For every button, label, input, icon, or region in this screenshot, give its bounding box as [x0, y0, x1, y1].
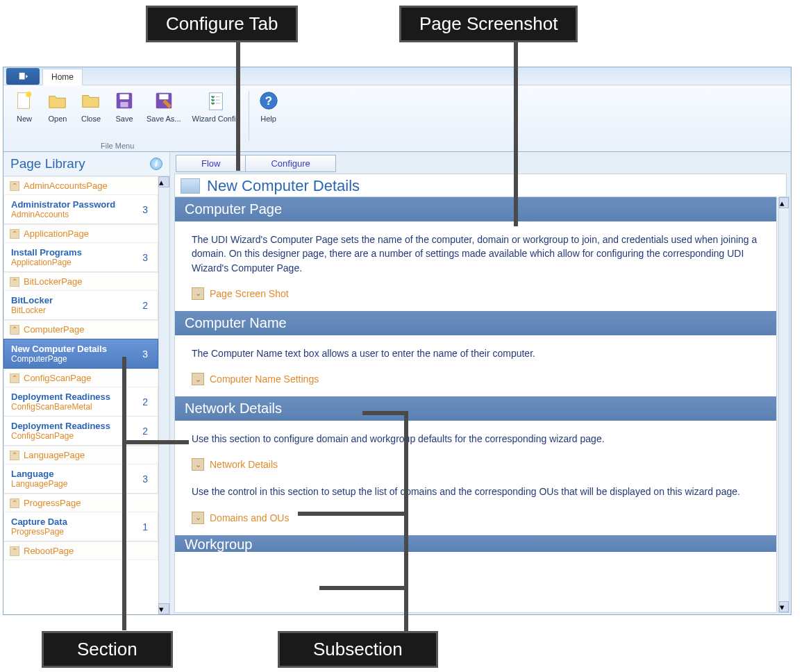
new-button[interactable]: New	[8, 88, 41, 124]
ribbon-label: New	[17, 115, 32, 123]
svg-rect-7	[159, 94, 168, 100]
sidebar-item-badge: 3	[142, 204, 151, 215]
scroll-up-button[interactable]: ▴	[779, 197, 789, 208]
connector-line	[298, 512, 408, 516]
sidebar-item-badge: 2	[142, 396, 151, 408]
tab-configure[interactable]: Configure	[245, 155, 335, 172]
folder-close-icon	[80, 90, 102, 112]
help-button[interactable]: ? Help	[252, 88, 285, 124]
callout-page-screenshot: Page Screenshot	[399, 6, 578, 42]
chevron-up-icon: ⌃	[10, 546, 19, 556]
section-heading: Network Details	[175, 396, 776, 421]
svg-rect-5	[120, 102, 128, 108]
scroll-down-button[interactable]: ▾	[779, 601, 789, 612]
chevron-down-icon: ⌄	[192, 512, 204, 524]
sidebar-group-header[interactable]: ⌃AdminAccountsPage	[3, 176, 158, 195]
sidebar-group-label: LanguagePage	[24, 450, 85, 460]
ribbon-label: Save	[115, 115, 133, 123]
page-icon	[181, 178, 200, 194]
sidebar-group-header[interactable]: ⌃RebootPage	[3, 541, 158, 560]
chevron-up-icon: ⌃	[10, 277, 19, 287]
callout-subsection: Subsection	[278, 631, 438, 668]
sidebar-group-header[interactable]: ⌃ApplicationPage	[3, 224, 158, 243]
sidebar-group-label: RebootPage	[24, 546, 74, 556]
close-button[interactable]: Close	[74, 88, 108, 124]
chevron-up-icon: ⌃	[10, 498, 19, 508]
chevron-up-icon: ⌃	[10, 451, 19, 460]
sidebar-item[interactable]: BitLockerBitLocker2	[3, 291, 158, 320]
section-description: The UDI Wizard's Computer Page sets the …	[175, 221, 776, 280]
tab-flow[interactable]: Flow	[176, 155, 245, 172]
subsection-network-details[interactable]: ⌄ Network Details	[175, 451, 776, 482]
info-icon[interactable]: i	[150, 158, 162, 170]
sidebar-group-header[interactable]: ⌃ConfigScanPage	[3, 369, 158, 387]
main-scrollbar[interactable]: ▴ ▾	[778, 196, 789, 613]
sidebar-item-badge: 3	[142, 473, 151, 485]
subsection-domains-ous[interactable]: ⌄ Domains and OUs	[175, 505, 776, 535]
save-button[interactable]: Save	[108, 88, 141, 124]
section-heading: Computer Page	[175, 197, 776, 221]
ribbon-group-label: File Menu	[101, 142, 134, 150]
sidebar-scrollbar[interactable]: ▴ ▾	[158, 176, 169, 614]
subsection-page-screenshot[interactable]: ⌄ Page Screen Shot	[175, 280, 776, 311]
sidebar-item[interactable]: Deployment ReadinessConfigScanBareMetal2	[3, 387, 158, 417]
sidebar-item[interactable]: New Computer DetailsComputerPage3	[3, 339, 158, 369]
sidebar-item-title: Deployment Readiness	[11, 392, 110, 402]
sidebar-group-label: BitLockerPage	[24, 276, 83, 287]
main-tabs: Flow Configure	[170, 152, 791, 172]
sidebar-group-header[interactable]: ⌃ComputerPage	[3, 320, 158, 339]
chevron-up-icon: ⌃	[10, 373, 19, 383]
sidebar-item-subtitle: ApplicationPage	[11, 258, 82, 267]
subsection-label: Computer Name Settings	[210, 373, 319, 385]
sidebar-group-header[interactable]: ⌃ProgressPage	[3, 494, 158, 512]
chevron-up-icon: ⌃	[10, 181, 19, 191]
sidebar-list[interactable]: ⌃AdminAccountsPageAdministrator Password…	[3, 176, 158, 614]
sidebar-group-header[interactable]: ⌃BitLockerPage	[3, 272, 158, 291]
page-header: New Computer Details	[174, 174, 787, 199]
sidebar-item[interactable]: Administrator PasswordAdminAccounts3	[3, 195, 158, 224]
scroll-up-button[interactable]: ▴	[158, 176, 169, 187]
sidebar-item[interactable]: Install ProgramsApplicationPage3	[3, 243, 158, 272]
connector-line	[362, 411, 408, 415]
section-description: Use this section to configure domain and…	[175, 421, 776, 451]
sidebar-group-label: ConfigScanPage	[24, 373, 92, 383]
sidebar-group-label: AdminAccountsPage	[24, 180, 108, 191]
chevron-up-icon: ⌃	[10, 229, 19, 239]
sidebar-item-badge: 1	[142, 521, 151, 532]
save-as-icon	[153, 90, 175, 112]
callout-configure-tab: Configure Tab	[146, 6, 298, 42]
sidebar-item-subtitle: ComputerPage	[11, 354, 107, 364]
sidebar-item[interactable]: Capture DataProgressPage1	[3, 512, 158, 541]
scroll-down-button[interactable]: ▾	[158, 603, 169, 614]
subsection-label: Page Screen Shot	[210, 288, 289, 299]
chevron-up-icon: ⌃	[10, 325, 19, 335]
callout-section: Section	[42, 631, 173, 668]
subsection-computer-name-settings[interactable]: ⌄ Computer Name Settings	[175, 366, 776, 396]
main-panel: Flow Configure New Computer Details Comp…	[170, 152, 791, 614]
sidebar-item[interactable]: LanguageLanguagePage3	[3, 464, 158, 494]
sidebar-item-subtitle: ConfigScanBareMetal	[11, 402, 110, 412]
connector-line	[236, 40, 240, 171]
ribbon-label: Close	[81, 115, 101, 123]
ribbon-label: Wizard Config	[192, 115, 240, 123]
chevron-down-icon: ⌄	[192, 458, 204, 471]
open-button[interactable]: Open	[41, 88, 74, 124]
ribbon-label: Open	[49, 115, 67, 123]
app-menu-button[interactable]	[6, 68, 40, 85]
app-window: Home New Open Close Save	[3, 67, 792, 615]
sidebar-item-badge: 2	[142, 300, 151, 311]
sidebar-group-header[interactable]: ⌃LanguagePage	[3, 446, 158, 464]
svg-rect-8	[210, 93, 223, 110]
folder-open-icon	[47, 90, 69, 112]
connector-line	[122, 357, 126, 630]
sidebar-item-subtitle: ConfigScanPage	[11, 431, 110, 441]
sidebar-item-badge: 3	[142, 252, 151, 263]
ribbon-tab-home[interactable]: Home	[42, 69, 83, 85]
connector-line	[404, 411, 408, 631]
svg-rect-4	[119, 94, 128, 100]
save-icon	[113, 90, 135, 112]
sidebar-title-text: Page Library	[10, 156, 85, 171]
sidebar-item-badge: 2	[142, 426, 151, 437]
section-description: The Computer Name text box allows a user…	[175, 335, 776, 366]
save-as-button[interactable]: Save As...	[141, 88, 187, 124]
